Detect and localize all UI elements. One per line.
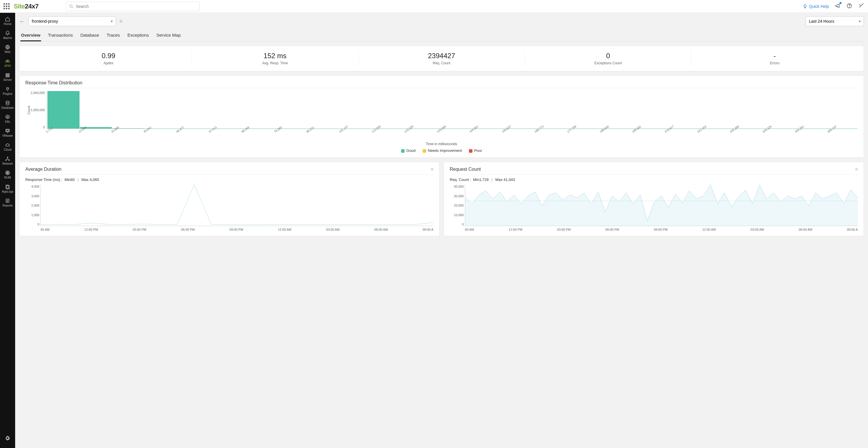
sidebar-item-label: APM [4, 64, 11, 68]
sidebar-item-rum[interactable]: RUM [1, 168, 14, 181]
svg-rect-8 [6, 75, 9, 76]
sidebar-item-database[interactable]: Database [1, 98, 14, 112]
rtd-xlabel: Time in milliseconds [25, 142, 858, 146]
tab-service-map[interactable]: Service Map [156, 30, 181, 41]
sidebar-item-alarms[interactable]: Alarms [1, 28, 14, 42]
page-toolbar: ← frontend-proxy ▾ ≡ Last 24 Hours ▾ [19, 16, 864, 26]
tab-traces[interactable]: Traces [106, 30, 120, 41]
svg-point-11 [7, 116, 8, 117]
card-menu-icon[interactable]: ≡ [431, 167, 433, 172]
svg-line-1 [72, 7, 73, 8]
metric-value: 2394427 [362, 52, 522, 60]
sidebar-item-label: K8s [5, 120, 10, 123]
sidebar-item-apm[interactable]: APM [1, 56, 14, 70]
sidebar-item-label: Plugins [3, 92, 12, 95]
metric-value: 0 [528, 52, 688, 60]
metric-apdex: 0.99Apdex [25, 50, 192, 66]
bell-icon [5, 31, 10, 36]
vm-icon [5, 128, 10, 134]
rtd-xaxis: 2,73313,66924,60535,54146,47757,41368,34… [44, 129, 858, 132]
metric-avg-resp-time: 152 msAvg. Resp. Time [192, 50, 359, 66]
account-icon[interactable] [858, 3, 865, 10]
metric-req-count: 2394427Req. Count [359, 50, 525, 66]
tab-exceptions[interactable]: Exceptions [127, 30, 149, 41]
svg-point-14 [7, 157, 8, 158]
metric-label: Avg. Resp. Time [195, 61, 355, 65]
settings-button[interactable] [0, 431, 15, 445]
globe-icon [5, 44, 10, 50]
sidebar-item-network[interactable]: Network [1, 153, 14, 168]
brand-logo: Site24x7 [14, 3, 38, 10]
quick-help-link[interactable]: Quick Help [803, 4, 829, 9]
svg-rect-13 [6, 130, 9, 131]
response-time-distribution-card: Response Time Distribution Count 2,000,0… [19, 75, 864, 158]
rtd-ylabel: Count [25, 91, 31, 129]
global-search[interactable] [66, 2, 200, 11]
avg-duration-chart[interactable]: 4,0003,0002,0001,0000 00 AM12:00 PM03:00… [25, 185, 433, 231]
request-count-card: Request Count≡ Req. Count : Min1,728 | M… [444, 162, 864, 236]
search-icon [69, 4, 73, 9]
search-input[interactable] [76, 4, 196, 9]
svg-point-3 [849, 7, 850, 7]
average-duration-card: Average Duration≡ Response Time (ms) : M… [19, 162, 439, 236]
rtd-bar[interactable] [48, 91, 80, 129]
chevron-down-icon: ▾ [111, 19, 113, 24]
cloud-icon [5, 142, 10, 147]
metric-value: 152 ms [195, 52, 355, 60]
rtd-title: Response Time Distribution [25, 80, 858, 88]
sidebar-item-label: Server [3, 78, 12, 81]
announcements-icon[interactable] [835, 3, 841, 10]
tab-database[interactable]: Database [80, 30, 100, 41]
help-icon[interactable] [846, 3, 852, 10]
service-selector[interactable]: frontend-proxy ▾ [29, 16, 116, 26]
lightbulb-icon [803, 4, 807, 9]
quick-help-label: Quick Help [809, 4, 829, 9]
home-icon [5, 16, 10, 22]
legend-item[interactable]: Poor [469, 148, 482, 153]
sidebar-item-label: VMware [2, 134, 13, 137]
service-name: frontend-proxy [32, 19, 58, 24]
sidebar-item-server[interactable]: Server [1, 70, 14, 84]
sidebar-item-plugins[interactable]: Plugins [1, 84, 14, 98]
topbar: Site24x7 Quick Help [0, 0, 868, 13]
chevron-down-icon: ▾ [859, 19, 861, 24]
legend-item[interactable]: Good [401, 148, 416, 153]
timerange-selector[interactable]: Last 24 Hours ▾ [806, 16, 864, 26]
sidebar-item-label: Alarms [3, 36, 12, 40]
request-count-chart[interactable]: 40,00030,00020,00010,0000 00 AM12:00 PM0… [450, 185, 858, 231]
tab-overview[interactable]: Overview [21, 30, 41, 41]
list-view-icon[interactable]: ≡ [119, 18, 123, 25]
metric-errors: -Errors [691, 50, 858, 66]
sidebar-item-label: Database [1, 106, 14, 109]
rtd-legend: GoodNeeds ImprovementPoor [25, 148, 858, 153]
k8s-icon [5, 114, 10, 119]
card-menu-icon[interactable]: ≡ [855, 167, 858, 172]
sidebar-item-label: RUM [4, 176, 11, 179]
stack-icon [5, 72, 10, 78]
legend-item[interactable]: Needs Improvement [423, 148, 462, 153]
metric-value: 0.99 [28, 52, 189, 60]
db-icon [5, 100, 10, 106]
notification-dot [839, 2, 841, 4]
sidebar-item-home[interactable]: Home [1, 14, 14, 28]
sidebar-item-vmware[interactable]: VMware [1, 126, 14, 140]
back-button[interactable]: ← [19, 18, 25, 25]
metric-label: Errors [694, 61, 855, 65]
sidebar-item-k8s[interactable]: K8s [1, 112, 14, 126]
sidebar-item-cloud[interactable]: Cloud [1, 140, 14, 153]
apps-grid-icon[interactable] [3, 3, 10, 9]
binoc-icon [5, 59, 10, 64]
sidebar-item-reports[interactable]: Reports [1, 196, 14, 209]
metric-label: Apdex [28, 61, 189, 65]
metric-exceptions-count: 0Exceptions Count [525, 50, 691, 66]
tab-transactions[interactable]: Transactions [48, 30, 73, 41]
sidebar-item-applogs[interactable]: AppLogs [1, 181, 14, 196]
svg-rect-7 [6, 73, 9, 74]
plug-icon [5, 87, 10, 92]
timerange-label: Last 24 Hours [809, 19, 834, 24]
rtd-yaxis: 2,000,0001,000,0000 [31, 91, 46, 129]
avg-subhead: Response Time (ms) : Min80 | Max 4,065 [25, 177, 433, 182]
net-icon [5, 156, 10, 162]
sidebar-item-web[interactable]: Web [1, 42, 14, 56]
metric-label: Exceptions Count [528, 61, 688, 65]
